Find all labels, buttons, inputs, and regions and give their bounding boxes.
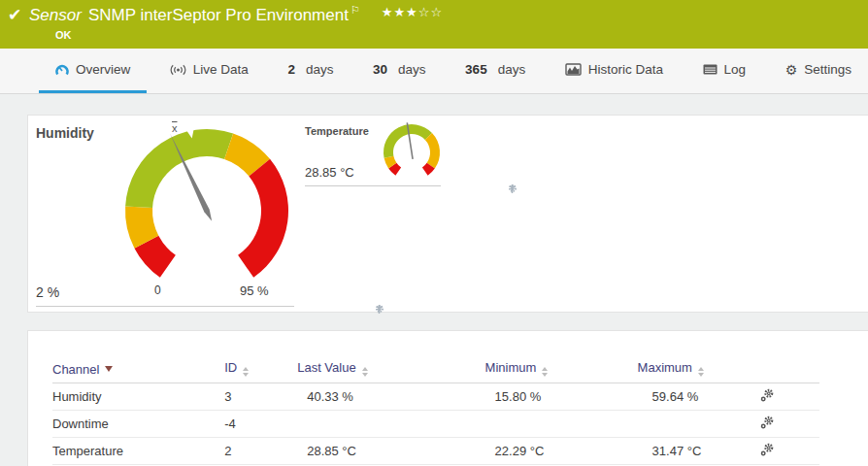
sensor-status-banner: ✔ SensorSNMP interSeptor Pro Environment… [0, 0, 868, 49]
favorite-flag-icon[interactable]: ⚐ [351, 4, 360, 16]
channel-minimum: 22.29 °C [485, 438, 638, 465]
gauge-scale-mid: 0 [154, 283, 161, 297]
humidity-gauge-widget: Humidity x 2 % 0 95 % [36, 123, 294, 307]
sort-icon [698, 364, 704, 380]
tab-30-days[interactable]: 30days [356, 49, 443, 93]
channel-settings-icon[interactable] [760, 443, 774, 456]
sort-icon [243, 364, 249, 380]
channel-name: Temperature [52, 438, 224, 465]
broadcast-icon [170, 64, 186, 76]
channel-maximum: 31.47 °C [638, 438, 761, 465]
table-header-row: Channel ID Last Value Minimum Maximum [52, 356, 819, 383]
table-row[interactable]: Humidity 3 40.33 % 15.80 % 59.64 % [52, 383, 819, 411]
sort-desc-icon [105, 366, 113, 376]
channel-last-value [297, 411, 484, 438]
column-header-minimum[interactable]: Minimum [485, 356, 638, 383]
channels-table: Channel ID Last Value Minimum Maximum Hu… [52, 356, 819, 465]
log-list-icon [703, 64, 718, 75]
temperature-gauge-widget: Temperature 28.85 °C [305, 123, 441, 186]
sort-icon [542, 364, 548, 380]
channel-settings-icon[interactable] [760, 416, 774, 429]
tab-365-days[interactable]: 365days [449, 49, 542, 93]
channel-id: -4 [224, 411, 297, 438]
column-header-maximum[interactable]: Maximum [638, 356, 761, 383]
gauges-panel: Humidity x 2 % 0 95 % Temperature 28.85 … [27, 115, 868, 313]
area-chart-icon [565, 63, 582, 76]
sensor-tab-bar: Overview Live Data 2days 30days 365days … [0, 49, 868, 94]
gauge-title: Humidity [36, 125, 94, 141]
tab-log[interactable]: Log [686, 49, 763, 93]
table-row[interactable]: Temperature 2 28.85 °C 22.29 °C 31.47 °C [52, 438, 819, 465]
column-header-edit [760, 356, 819, 383]
column-header-channel[interactable]: Channel [52, 356, 224, 383]
temperature-gauge [377, 117, 447, 182]
channel-minimum: 15.80 % [485, 383, 638, 411]
channel-id: 2 [224, 438, 297, 465]
gauge-value: 28.85 °C [305, 165, 354, 180]
priority-stars[interactable]: ★★★☆☆ [382, 5, 443, 19]
tab-live-data[interactable]: Live Data [153, 49, 265, 93]
channel-last-value: 28.85 °C [297, 438, 484, 465]
gauge-scale-min: 2 % [36, 284, 59, 300]
sort-icon [362, 364, 368, 380]
gear-icon: ⚙ [785, 63, 798, 77]
channel-maximum [638, 411, 761, 438]
channel-name: Downtime [52, 411, 224, 438]
gauge-icon [55, 63, 69, 77]
channel-settings-icon[interactable] [760, 388, 774, 402]
column-header-last-value[interactable]: Last Value [297, 356, 484, 383]
table-row[interactable]: Downtime -4 [52, 411, 819, 438]
channels-table-panel: Channel ID Last Value Minimum Maximum Hu… [27, 330, 868, 466]
column-header-id[interactable]: ID [224, 356, 297, 383]
tab-overview[interactable]: Overview [39, 49, 147, 93]
gauge-title: Temperature [305, 125, 369, 137]
tab-2-days[interactable]: 2days [271, 49, 350, 93]
humidity-gauge [121, 117, 292, 284]
channel-name: Humidity [52, 383, 224, 411]
tab-historic-data[interactable]: Historic Data [549, 49, 680, 93]
gauge-scale-max: 95 % [240, 283, 269, 298]
ok-check-icon: ✔ [8, 5, 21, 25]
status-badge: OK [55, 29, 72, 41]
channel-maximum: 59.64 % [638, 383, 761, 411]
sensor-title-line: SensorSNMP interSeptor Pro Environment⚐★… [29, 4, 443, 25]
channel-last-value: 40.33 % [297, 383, 484, 411]
channel-id: 3 [224, 383, 297, 411]
channel-minimum [485, 411, 638, 438]
page-title: SNMP interSeptor Pro Environment [88, 6, 349, 24]
tab-settings[interactable]: ⚙ Settings [769, 49, 868, 93]
object-kind-label: Sensor [29, 6, 82, 24]
